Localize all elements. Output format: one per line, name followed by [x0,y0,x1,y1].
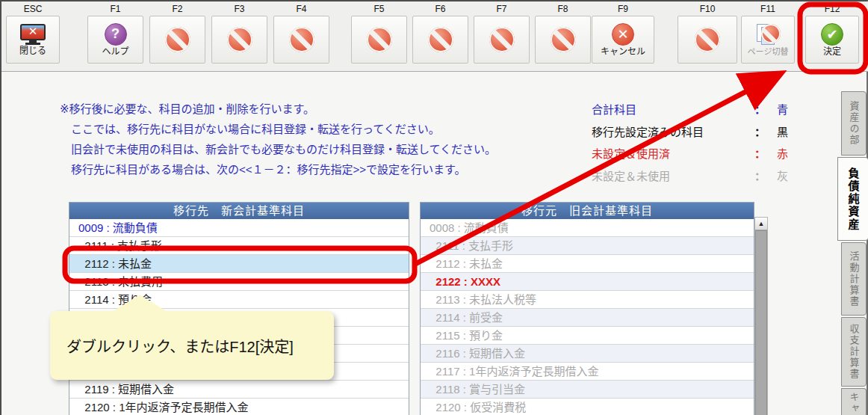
table-row[interactable]: 2120 : 1年内返済予定長期借入金 [69,399,409,415]
prohibition-icon [289,27,314,52]
cancel-button[interactable]: ✕ キャンセル [592,16,654,64]
table-row[interactable]: 2111 : 支払手形 [69,237,409,255]
fkey-f10-label: F10 [678,3,737,16]
legend-item-set: 移行先設定済みの科目 ： 黒 [592,121,788,144]
fkey-f12-label: F12 [805,3,859,16]
tooltip-pointer [112,295,167,312]
instructions: ※移行後に必要な、科目の追加・削除を行います。 ここでは、移行先に科目がない場合… [60,99,496,179]
f6-disabled-button [412,16,468,64]
fkey-f7-label: F7 [474,3,530,16]
table-row[interactable]: 0008 : 流動負債 [421,219,754,237]
source-table-header: 移行元 旧会計基準科目 [421,203,754,219]
tab-income-expenditure-statement[interactable]: 収支計算書 [841,317,867,387]
legend-item-used: 未設定＆使用済 ： 赤 [592,143,788,165]
prohibition-icon [165,27,190,52]
close-button-label: 閉じる [19,46,46,56]
fkey-f3-label: F3 [211,3,267,16]
tab-liabilities-net-assets[interactable]: 負債純資産 [837,157,868,241]
fkey-f6: F6 [412,3,468,69]
scroll-up-icon[interactable]: ▲ [755,218,767,230]
f2-disabled-button [149,16,205,64]
fkey-f12: F12 ✔ 決定 [805,3,859,69]
fkey-f8: F8 [535,3,591,69]
prohibition-icon [428,27,453,52]
page-switch-label: ページ切替 [748,46,789,57]
f7-disabled-button [474,16,530,64]
confirm-button[interactable]: ✔ 決定 [805,16,859,64]
function-key-toolbar: ESC ✕ 閉じる F1 ? ヘルプ F2 F3 [1,1,868,72]
fkey-f11: F11 ページ切替 [741,3,795,69]
fkey-esc: ESC ✕ 閉じる [6,3,60,69]
fkey-f5-label: F5 [351,3,407,16]
tab-cash-flow[interactable]: キャ [841,388,867,415]
confirm-check-icon: ✔ [821,23,843,46]
f4-disabled-button [273,16,329,64]
fkey-f9: F9 ✕ キャンセル [592,3,654,69]
prohibition-icon [227,27,252,52]
fkey-f10: F10 [678,3,737,69]
tooltip-callout: ダブルクリック、またはF12[決定] [50,311,334,380]
close-monitor-icon: ✕ [20,24,46,45]
f5-disabled-button [351,16,407,64]
fkey-f1: F1 ? ヘルプ [87,3,143,69]
table-row[interactable]: 2115 : 預り金 [421,327,754,345]
fkey-f8-label: F8 [535,3,591,16]
table-row[interactable]: 2113 : 未払法人税等 [421,291,754,309]
table-row[interactable]: 2122 : XXXX [421,273,754,291]
cancel-icon: ✕ [612,23,634,46]
prohibition-icon [551,27,576,52]
table-row[interactable]: 2118 : 賞与引当金 [421,381,754,399]
instruction-line-1: ※移行後に必要な、科目の追加・削除を行います。 [60,99,496,119]
fkey-esc-label: ESC [6,3,60,16]
table-row[interactable]: 0009 : 流動負債 [69,219,409,237]
legend-item-unused: 未設定＆未使用 ： 灰 [592,165,788,188]
table-row-selected[interactable]: 2112 : 未払金 [69,255,409,273]
help-icon: ? [105,23,127,46]
table-row[interactable]: 2113 : 未払費用 [69,273,409,291]
f10-disabled-button [678,16,737,64]
instruction-line-2: ここでは、移行先に科目がない場合に科目登録・転送を行ってください。 [60,119,496,139]
fkey-f2-label: F2 [149,3,205,16]
fkey-f4: F4 [273,3,329,69]
f3-disabled-button [211,16,267,64]
fkey-f4-label: F4 [273,3,329,16]
table-row[interactable]: 2111 : 支払手形 [421,237,754,255]
tab-activity-statement[interactable]: 活動計算書 [841,242,867,316]
instruction-line-3: 旧会計で未使用の科目は、新会計でも必要なものだけ科目登録・転送してください。 [60,139,496,159]
help-button-label: ヘルプ [102,46,128,57]
confirm-button-label: 決定 [823,46,841,57]
f8-disabled-button [535,16,591,64]
fkey-f3: F3 [211,3,267,69]
color-legend: 合計科目 ： 青 移行先設定済みの科目 ： 黒 未設定＆使用済 ： 赤 未設定＆… [592,99,788,187]
scrollbar-thumb[interactable] [755,230,767,415]
close-button[interactable]: ✕ 閉じる [6,16,60,64]
fkey-f5: F5 [351,3,407,69]
fkey-f1-label: F1 [87,3,143,16]
source-table-scrollbar[interactable]: ▲ [754,217,768,415]
cancel-button-label: キャンセル [601,46,645,57]
fkey-f2: F2 [149,3,205,69]
table-row[interactable]: 2120 : 仮受消費税 [421,399,754,415]
page-switch-button: ページ切替 [741,16,795,64]
help-button[interactable]: ? ヘルプ [87,16,143,64]
destination-table-header: 移行先 新会計基準科目 [69,203,409,219]
migration-window: ESC ✕ 閉じる F1 ? ヘルプ F2 F3 [0,0,868,415]
table-row[interactable]: 2112 : 未払金 [421,255,754,273]
table-row[interactable]: 2114 : 前受金 [421,309,754,327]
prohibition-icon [489,27,515,52]
page-switch-icon [755,22,781,46]
table-row[interactable]: 2117 : 1年内返済予定長期借入金 [421,363,754,381]
fkey-f9-label: F9 [592,3,654,16]
tab-assets[interactable]: 資産の部 [841,91,867,156]
source-account-table: 移行元 旧会計基準科目 0008 : 流動負債 2111 : 支払手形 2112… [420,202,754,415]
table-row[interactable]: 2116 : 短期借入金 [421,345,754,363]
fkey-f6-label: F6 [412,3,468,16]
legend-item-total: 合計科目 ： 青 [592,99,788,121]
instruction-line-4: 移行先に科目がある場合は、次の<<１－２：移行先指定>>で設定を行います。 [60,159,496,179]
table-row[interactable]: 2119 : 短期借入金 [69,381,409,399]
tooltip-text: ダブルクリック、またはF12[決定] [66,335,294,357]
fkey-f7: F7 [474,3,530,69]
prohibition-icon [695,27,720,52]
fkey-f11-label: F11 [741,3,795,16]
prohibition-icon [367,27,392,52]
